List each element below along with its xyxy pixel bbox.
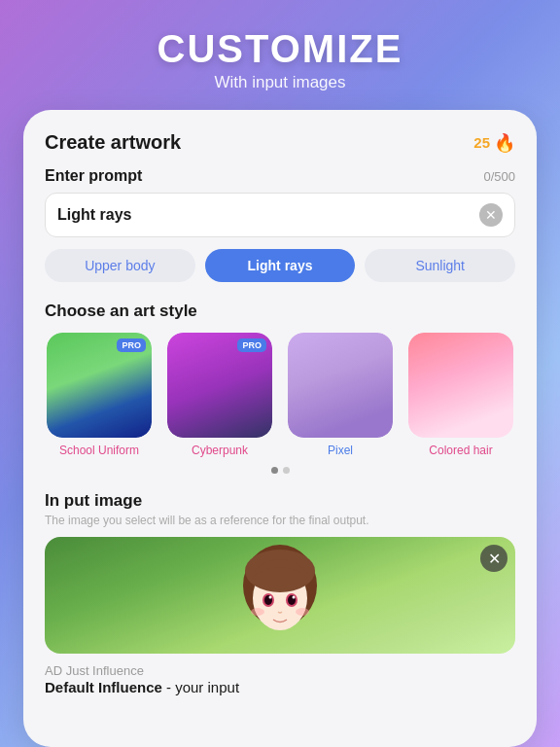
tag-light-rays[interactable]: Light rays [205, 249, 356, 282]
art-style-label: Choose an art style [45, 302, 515, 321]
dot-2 [283, 467, 290, 474]
prompt-input-wrap: ✕ [45, 193, 515, 237]
main-card: Create artwork 25 🔥 Enter prompt 0/500 ✕… [23, 110, 537, 747]
card-header: Create artwork 25 🔥 [45, 131, 515, 154]
art-img-school-uniform-wrap: PRO [47, 333, 152, 438]
influence-ad-label: AD Just Influence [45, 663, 515, 678]
pro-badge-school-uniform: PRO [117, 338, 146, 352]
influence-row: AD Just Influence Default Influence - yo… [45, 654, 515, 697]
page-subtitle: With input images [158, 73, 403, 92]
art-style-cyberpunk[interactable]: PRO Cyberpunk [165, 333, 274, 457]
svg-point-10 [296, 608, 309, 616]
art-label-colored-hair: Colored hair [429, 444, 492, 457]
art-img-colored-hair-wrap [408, 333, 513, 438]
art-img-pixel [288, 333, 393, 438]
page-title: CUSTOMIZE [158, 27, 403, 71]
art-label-pixel: Pixel [328, 444, 353, 457]
pagination-dots [45, 467, 515, 474]
art-style-school-uniform[interactable]: PRO School Uniform [45, 333, 154, 457]
credits-amount: 25 [473, 134, 490, 151]
influence-main: Default Influence - your input [45, 679, 515, 695]
credits-badge: 25 🔥 [473, 132, 515, 154]
tag-row: Upper body Light rays Sunlight [45, 249, 515, 282]
svg-point-8 [293, 596, 296, 599]
image-preview[interactable]: ✕ [45, 537, 515, 654]
input-image-label: In put image [45, 491, 515, 511]
art-label-cyberpunk: Cyberpunk [192, 444, 248, 457]
svg-point-7 [269, 596, 272, 599]
influence-bold-text: Default Influence [45, 679, 162, 695]
svg-point-9 [251, 608, 264, 616]
prompt-label: Enter prompt [45, 167, 142, 185]
art-img-pixel-wrap [288, 333, 393, 438]
influence-suffix: - your input [162, 679, 239, 695]
prompt-label-row: Enter prompt 0/500 [45, 167, 515, 185]
art-style-pixel[interactable]: Pixel [286, 333, 395, 457]
card-title: Create artwork [45, 131, 181, 154]
art-label-school-uniform: School Uniform [59, 444, 139, 457]
tag-sunlight[interactable]: Sunlight [365, 249, 515, 282]
input-image-description: The image you select will be as a refere… [45, 514, 515, 527]
tag-upper-body[interactable]: Upper body [45, 249, 195, 282]
prompt-count: 0/500 [483, 169, 515, 184]
remove-image-button[interactable]: ✕ [480, 545, 508, 572]
art-style-row: PRO School Uniform PRO Cyberpunk Pixel C… [45, 333, 515, 457]
flame-icon: 🔥 [494, 132, 515, 154]
anime-face-svg [236, 542, 324, 654]
page-header: CUSTOMIZE With input images [158, 0, 403, 110]
art-style-colored-hair[interactable]: Colored hair [406, 333, 515, 457]
prompt-input[interactable] [57, 206, 479, 224]
art-img-cyberpunk-wrap: PRO [167, 333, 272, 438]
clear-prompt-button[interactable]: ✕ [479, 203, 503, 227]
art-img-colored-hair [408, 333, 513, 438]
pro-badge-cyberpunk: PRO [237, 338, 266, 352]
dot-1 [271, 467, 278, 474]
